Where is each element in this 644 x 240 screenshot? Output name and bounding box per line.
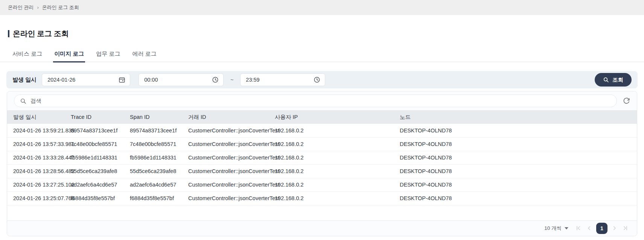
table-header-row: 발생 일시 Trace ID Span ID 거래 ID 사용자 IP 노드	[7, 110, 637, 124]
cell-node: DESKTOP-4OLND78	[394, 178, 637, 191]
filter-label: 발생 일시	[12, 76, 37, 84]
col-header-datetime: 발생 일시	[7, 110, 65, 124]
cell-user-ip: 192.168.0.2	[269, 151, 394, 164]
log-tabs: 서비스 로그 이미지 로그 업무 로그 에러 로그	[0, 50, 644, 62]
title-accent-bar	[8, 30, 9, 37]
clock-icon[interactable]	[314, 76, 320, 83]
search-icon	[603, 77, 609, 83]
cell-trace-id: fb5986e1d1148331	[65, 151, 124, 164]
table-row: 2024-01-26 13:27:25.102 ad2aefc6a4cd6e57…	[7, 178, 637, 191]
first-page-icon	[575, 225, 582, 231]
cell-node: DESKTOP-4OLND78	[394, 164, 637, 178]
last-page-button[interactable]	[621, 224, 629, 232]
cell-datetime: 2024-01-26 13:33:28.447	[7, 151, 65, 164]
cell-node: DESKTOP-4OLND78	[394, 151, 637, 164]
table-row: 2024-01-26 13:59:21.835 89574a83713cee1f…	[7, 124, 637, 137]
breadcrumb: 온라인 관리 › 온라인 로그 조회	[0, 0, 644, 15]
table-row: 2024-01-26 13:57:33.981 7c48e00bcfe85571…	[7, 137, 637, 151]
page-title: 온라인 로그 조회	[13, 29, 69, 39]
prev-page-button[interactable]	[585, 224, 593, 232]
cell-user-ip: 192.168.0.2	[269, 191, 394, 205]
tab-error-log[interactable]: 에러 로그	[132, 50, 157, 62]
pagination-bar: 10 개씩 1	[7, 220, 637, 236]
cell-user-ip: 192.168.0.2	[269, 164, 394, 178]
table-search-pill[interactable]	[14, 94, 617, 107]
cell-span-id: ad2aefc6a4cd6e57	[124, 178, 182, 191]
breadcrumb-item-online-management[interactable]: 온라인 관리	[8, 4, 34, 11]
prev-page-icon	[586, 225, 592, 231]
cell-span-id: fb5986e1d1148331	[124, 151, 182, 164]
col-header-trace-id: Trace ID	[65, 110, 124, 124]
cell-trace-id: f6884d35f8e557bf	[65, 191, 124, 205]
cell-trace-id: 7c48e00bcfe85571	[65, 137, 124, 151]
breadcrumb-item-online-log-inquiry[interactable]: 온라인 로그 조회	[42, 4, 79, 11]
calendar-icon[interactable]	[119, 76, 125, 83]
cell-transaction-id: CustomerController::jsonCoverterTest	[182, 178, 269, 191]
pager: 1	[574, 223, 629, 234]
cell-transaction-id: CustomerController::jsonCoverterTest	[182, 124, 269, 137]
next-page-icon	[611, 225, 618, 231]
cell-transaction-id: CustomerController::jsonCoverterTest	[182, 137, 269, 151]
table-empty-space	[7, 205, 637, 220]
cell-datetime: 2024-01-26 13:25:07.768	[7, 191, 65, 205]
cell-user-ip: 192.168.0.2	[269, 124, 394, 137]
time-from-input[interactable]: 00:00	[139, 73, 224, 86]
cell-datetime: 2024-01-26 13:59:21.835	[7, 124, 65, 137]
next-page-button[interactable]	[611, 224, 618, 232]
col-header-transaction-id: 거래 ID	[182, 110, 269, 124]
cell-trace-id: 89574a83713cee1f	[65, 124, 124, 137]
current-page-button[interactable]: 1	[596, 223, 607, 234]
last-page-icon	[622, 225, 629, 231]
table-row: 2024-01-26 13:28:56.482 55d5ce6ca239afe8…	[7, 164, 637, 178]
range-separator: ~	[230, 77, 233, 83]
cell-span-id: 89574a83713cee1f	[124, 124, 182, 137]
page-size-label: 10 개씩	[544, 225, 562, 232]
col-header-user-ip: 사용자 IP	[269, 110, 394, 124]
col-header-span-id: Span ID	[124, 110, 182, 124]
page-title-wrap: 온라인 로그 조회	[8, 29, 636, 39]
cell-span-id: 7c48e00bcfe85571	[124, 137, 182, 151]
cell-datetime: 2024-01-26 13:27:25.102	[7, 178, 65, 191]
cell-node: DESKTOP-4OLND78	[394, 191, 637, 205]
refresh-icon	[623, 97, 630, 105]
page-size-select[interactable]: 10 개씩	[544, 225, 568, 232]
time-to-value: 23:59	[246, 77, 259, 83]
breadcrumb-separator-icon: ›	[37, 5, 39, 10]
date-input[interactable]: 2024-01-26	[42, 73, 130, 86]
cell-node: DESKTOP-4OLND78	[394, 137, 637, 151]
table-row: 2024-01-26 13:33:28.447 fb5986e1d1148331…	[7, 151, 637, 164]
cell-span-id: f6884d35f8e557bf	[124, 191, 182, 205]
cell-user-ip: 192.168.0.2	[269, 178, 394, 191]
tab-business-log[interactable]: 업무 로그	[96, 50, 120, 62]
tab-image-log[interactable]: 이미지 로그	[54, 50, 84, 62]
cell-trace-id: ad2aefc6a4cd6e57	[65, 178, 124, 191]
table-search-row	[7, 91, 637, 110]
tab-service-log[interactable]: 서비스 로그	[12, 50, 42, 62]
table-row: 2024-01-26 13:25:07.768 f6884d35f8e557bf…	[7, 191, 637, 205]
cell-datetime: 2024-01-26 13:57:33.981	[7, 137, 65, 151]
first-page-button[interactable]	[574, 224, 582, 232]
time-to-input[interactable]: 23:59	[240, 73, 325, 86]
search-button-label: 조회	[612, 76, 623, 84]
cell-transaction-id: CustomerController::jsonCoverterTest	[182, 164, 269, 178]
search-icon	[20, 98, 26, 104]
cell-span-id: 55d5ce6ca239afe8	[124, 164, 182, 178]
filter-bar: 발생 일시 2024-01-26 00:00 ~ 23:59	[6, 71, 638, 88]
cell-node: DESKTOP-4OLND78	[394, 124, 637, 137]
date-value: 2024-01-26	[47, 77, 75, 83]
col-header-node: 노드	[394, 110, 637, 124]
search-button[interactable]: 조회	[595, 73, 632, 87]
caret-down-icon	[565, 227, 568, 229]
table-search-input[interactable]	[30, 98, 611, 104]
cell-transaction-id: CustomerController::jsonCoverterTest	[182, 191, 269, 205]
log-table: 발생 일시 Trace ID Span ID 거래 ID 사용자 IP 노드 2…	[7, 110, 637, 205]
cell-trace-id: 55d5ce6ca239afe8	[65, 164, 124, 178]
cell-transaction-id: CustomerController::jsonCoverterTest	[182, 151, 269, 164]
cell-datetime: 2024-01-26 13:28:56.482	[7, 164, 65, 178]
refresh-button[interactable]	[622, 97, 631, 105]
time-from-value: 00:00	[144, 77, 158, 83]
clock-icon[interactable]	[212, 76, 219, 83]
cell-user-ip: 192.168.0.2	[269, 137, 394, 151]
log-panel: 발생 일시 Trace ID Span ID 거래 ID 사용자 IP 노드 2…	[7, 91, 637, 236]
